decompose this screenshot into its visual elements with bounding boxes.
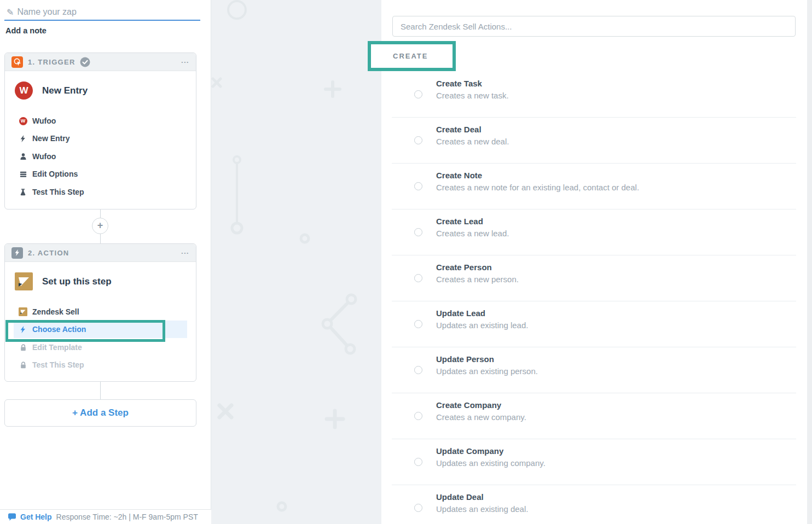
action-title: Create Task [436,79,482,88]
action-title: Update Person [436,354,494,364]
action-menu-button[interactable]: ••• [182,251,189,255]
zap-name-input[interactable] [17,7,200,17]
action-picker-panel: Create Task Creates a new task. Create D… [381,0,812,524]
action-description: Creates a new task. [436,91,509,100]
trigger-step-account[interactable]: Wufoo [5,148,196,165]
radio-button[interactable] [414,320,422,328]
action-title: Update Company [436,446,503,456]
trigger-step-edit-options[interactable]: Edit Options [5,165,196,183]
lightning-icon [18,321,28,338]
action-title: Update Lead [436,308,485,318]
radio-button[interactable] [414,274,422,282]
radio-button[interactable] [414,182,422,190]
zendesk-sell-icon [15,272,33,290]
action-description: Updates an existing lead. [436,321,528,330]
trigger-menu-button[interactable]: ••• [182,60,189,65]
trigger-app-icon [11,56,23,68]
lock-icon [18,356,28,374]
person-icon [18,148,28,165]
radio-button[interactable] [414,136,422,144]
add-note-link[interactable]: Add a note [5,26,47,35]
action-card-header[interactable]: 2. ACTION ••• [5,244,196,262]
action-item-create-deal[interactable]: Create Deal Creates a new deal. [392,118,796,164]
step-connector [100,382,101,399]
action-step-choose-action[interactable]: Choose Action [5,321,196,338]
add-step-between-button[interactable]: + [92,218,108,234]
trigger-step-test[interactable]: Test This Step [5,183,196,201]
checkmark-icon [80,57,90,67]
trigger-title: New Entry [42,81,88,100]
radio-button[interactable] [414,504,422,512]
action-description: Updates an existing deal. [436,504,528,514]
create-section-annotation-box: CREATE [368,41,456,71]
action-item-create-note[interactable]: Create Note Creates a new note for an ex… [392,164,796,209]
zap-editor-sidebar: ✎ Add a note 1. TRIGGER ••• W New Entry [0,0,211,524]
radio-button[interactable] [414,228,422,236]
action-step-card: 2. ACTION ••• Set up this step Zendesk S… [4,243,196,382]
action-item-update-person[interactable]: Update Person Updates an existing person… [392,347,796,393]
edit-options-icon [18,165,28,183]
panel-scrollbar[interactable] [807,0,812,524]
action-description: Creates a new deal. [436,137,509,146]
action-step-test[interactable]: Test This Step [5,356,196,374]
action-title: Update Deal [436,492,484,502]
action-description: Updates an existing person. [436,366,538,376]
lightning-icon [18,130,28,147]
action-step-edit-template[interactable]: Edit Template [5,339,196,356]
canvas-decoration [211,0,381,524]
action-item-update-lead[interactable]: Update Lead Updates an existing lead. [392,301,796,347]
action-title: Create Person [436,263,492,272]
chat-bubble-icon [8,513,16,521]
action-item-create-task[interactable]: Create Task Creates a new task. [392,72,796,118]
trigger-step-card: 1. TRIGGER ••• W New Entry W Wufoo New E… [4,53,196,209]
zap-name-row: ✎ [4,4,200,21]
radio-button[interactable] [414,90,422,98]
action-title: Create Lead [436,217,483,226]
action-description: Creates a new person. [436,275,519,284]
actions-list: Create Task Creates a new task. Create D… [392,72,796,524]
flask-icon [18,183,28,201]
action-item-update-company[interactable]: Update Company Updates an existing compa… [392,439,796,485]
get-help-link[interactable]: Get Help [20,513,52,521]
zendesk-sell-icon [18,303,28,321]
create-section-header: CREATE [393,44,428,68]
action-description: Creates a new lead. [436,229,509,238]
editor-canvas [211,0,381,524]
action-title: Set up this step [42,272,112,290]
trigger-card-header[interactable]: 1. TRIGGER ••• [5,53,196,71]
lock-icon [18,339,28,356]
help-footer: Get Help Response Time: ~2h | M-F 9am-5p… [0,509,211,524]
radio-button[interactable] [414,366,422,374]
wufoo-icon: W [19,117,27,125]
action-step-icon [11,247,23,259]
action-title: Create Deal [436,125,482,134]
action-item-create-person[interactable]: Create Person Creates a new person. [392,255,796,301]
action-title: Create Note [436,171,482,180]
action-title: Create Company [436,400,501,410]
action-description: Creates a new note for an existing lead,… [436,183,639,192]
radio-button[interactable] [414,458,422,466]
action-description: Creates a new company. [436,412,526,422]
action-step-label: 2. ACTION [28,249,69,257]
action-step-app[interactable]: Zendesk Sell [5,303,196,321]
pencil-icon: ✎ [7,7,14,18]
action-item-create-company[interactable]: Create Company Creates a new company. [392,393,796,439]
wufoo-icon: W [15,81,33,100]
add-a-step-button[interactable]: + Add a Step [4,399,196,427]
response-time-text: Response Time: ~2h | M-F 9am-5pm PST [56,513,198,521]
search-input[interactable] [392,16,796,37]
trigger-step-label: 1. TRIGGER [28,58,76,66]
action-description: Updates an existing company. [436,458,546,468]
action-item-create-lead[interactable]: Create Lead Creates a new lead. [392,209,796,255]
trigger-step-app[interactable]: W Wufoo [5,112,196,130]
radio-button[interactable] [414,412,422,420]
trigger-step-event[interactable]: New Entry [5,130,196,147]
action-item-update-deal[interactable]: Update Deal Updates an existing deal. [392,485,796,524]
